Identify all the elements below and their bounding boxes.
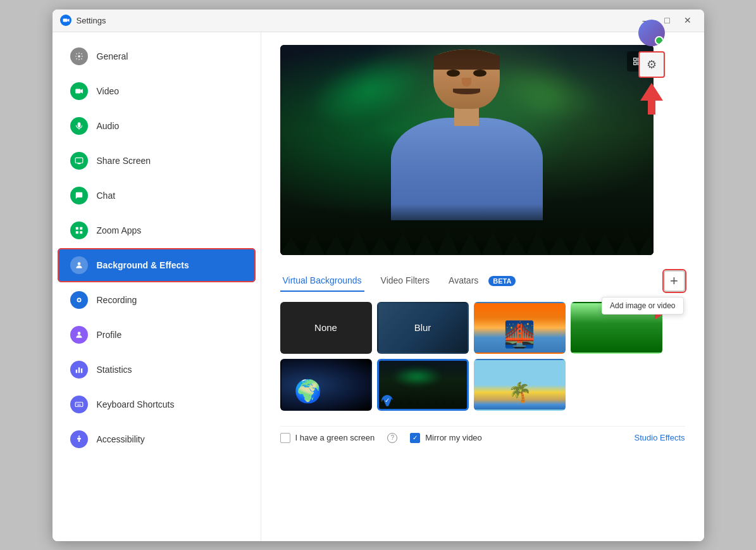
- sidebar-item-accessibility[interactable]: Accessibility: [58, 422, 256, 456]
- sidebar-item-label-accessibility: Accessibility: [97, 434, 145, 444]
- bg-option-aurora[interactable]: ✓: [377, 359, 469, 411]
- tab-virtual-backgrounds[interactable]: Virtual Backgrounds: [280, 270, 364, 292]
- video-preview: [280, 45, 654, 255]
- sidebar-item-label-chat: Chat: [97, 191, 116, 201]
- sidebar-item-audio[interactable]: Audio: [58, 109, 256, 143]
- user-avatar[interactable]: [638, 20, 665, 46]
- bg-option-blur[interactable]: Blur: [377, 302, 469, 354]
- sidebar-item-keyboard-shortcuts[interactable]: Keyboard Shortcuts: [58, 387, 256, 422]
- sidebar-item-label-background-effects: Background & Effects: [97, 260, 189, 270]
- svg-rect-17: [80, 368, 82, 373]
- background-grid: None Blur ✓: [280, 302, 685, 411]
- accessibility-icon: [70, 430, 88, 448]
- svg-marker-1: [67, 19, 69, 22]
- zoom-apps-icon: [70, 222, 88, 239]
- sidebar-item-label-audio: Audio: [97, 121, 120, 131]
- svg-rect-3: [75, 89, 80, 93]
- add-image-video-tooltip: Add image or video: [602, 297, 683, 315]
- audio-icon: [70, 117, 88, 135]
- close-button[interactable]: ✕: [679, 11, 697, 29]
- sidebar-item-statistics[interactable]: Statistics: [58, 353, 256, 387]
- plus-icon: +: [670, 274, 678, 288]
- profile-icon: [70, 326, 88, 344]
- svg-point-11: [77, 262, 80, 265]
- sidebar-item-chat[interactable]: Chat: [58, 178, 256, 213]
- sidebar-item-label-video: Video: [97, 86, 120, 96]
- general-icon: [70, 47, 88, 65]
- window-title: Settings: [77, 16, 106, 25]
- trees-silhouette: [280, 204, 654, 255]
- sidebar-item-background-effects[interactable]: Background & Effects: [58, 248, 256, 282]
- green-screen-info-icon[interactable]: ?: [387, 433, 397, 443]
- green-screen-checkbox-item[interactable]: I have a green screen: [280, 433, 375, 443]
- svg-rect-10: [80, 231, 82, 234]
- sidebar-item-label-statistics: Statistics: [97, 365, 132, 375]
- main-content: General Video Audio: [53, 32, 704, 541]
- svg-rect-24: [633, 58, 636, 60]
- sidebar-item-label-recording: Recording: [97, 295, 137, 305]
- beta-badge: BETA: [488, 276, 516, 286]
- bg-option-none[interactable]: None: [280, 302, 372, 354]
- statistics-icon: [70, 361, 88, 378]
- svg-rect-8: [80, 227, 82, 229]
- bg-none-label: None: [314, 322, 337, 333]
- svg-rect-16: [78, 367, 79, 373]
- sidebar-item-profile[interactable]: Profile: [58, 318, 256, 352]
- studio-effects-link[interactable]: Studio Effects: [635, 433, 685, 442]
- keyboard-shortcuts-icon: [70, 396, 88, 413]
- bg-option-beach[interactable]: [474, 359, 566, 411]
- content-area: Virtual Backgrounds Video Filters Avatar…: [261, 32, 704, 541]
- zoom-logo-icon: [60, 15, 71, 26]
- titlebar-left: Settings: [60, 15, 106, 26]
- sidebar-item-label-share-screen: Share Screen: [97, 156, 151, 166]
- tabs-row: Virtual Backgrounds Video Filters Avatar…: [280, 270, 685, 292]
- svg-rect-15: [75, 370, 77, 373]
- svg-point-14: [77, 332, 80, 335]
- bg-option-golden-gate[interactable]: [474, 302, 566, 354]
- svg-rect-18: [75, 402, 83, 406]
- settings-gear-button[interactable]: ⚙: [638, 51, 665, 78]
- tab-video-filters[interactable]: Video Filters: [378, 270, 433, 292]
- svg-rect-9: [75, 231, 78, 234]
- svg-point-2: [78, 55, 80, 58]
- sidebar-item-label-general: General: [97, 51, 128, 61]
- mirror-video-checkbox[interactable]: ✓: [410, 433, 420, 443]
- sidebar: General Video Audio: [53, 32, 261, 541]
- green-screen-checkbox[interactable]: [280, 433, 290, 443]
- titlebar: Settings — □ ✕: [53, 9, 704, 32]
- video-icon: [70, 82, 88, 100]
- gear-icon: ⚙: [647, 58, 657, 72]
- add-image-video-button[interactable]: + Add image or video: [664, 270, 685, 292]
- person-silhouette: [391, 49, 543, 220]
- svg-rect-6: [75, 158, 83, 163]
- background-effects-icon: [70, 256, 88, 274]
- bottom-controls: I have a green screen ? ✓ Mirror my vide…: [280, 426, 685, 443]
- svg-point-23: [78, 435, 79, 437]
- mirror-video-checkbox-item[interactable]: ✓ Mirror my video: [410, 433, 482, 443]
- sidebar-item-share-screen[interactable]: Share Screen: [58, 144, 256, 178]
- sidebar-item-label-profile: Profile: [97, 330, 122, 340]
- sidebar-item-zoom-apps[interactable]: Zoom Apps: [58, 213, 256, 247]
- svg-rect-0: [63, 19, 67, 22]
- share-screen-icon: [70, 152, 88, 170]
- sidebar-item-label-keyboard-shortcuts: Keyboard Shortcuts: [97, 399, 175, 409]
- sidebar-item-recording[interactable]: Recording: [58, 283, 256, 317]
- sidebar-item-video[interactable]: Video: [58, 74, 256, 108]
- svg-marker-4: [80, 89, 82, 93]
- selected-indicator: ✓: [381, 395, 393, 406]
- svg-point-13: [78, 299, 80, 301]
- bg-option-space[interactable]: [280, 359, 372, 411]
- bg-blur-label: Blur: [414, 322, 431, 333]
- svg-rect-27: [633, 62, 636, 65]
- sidebar-item-general[interactable]: General: [58, 39, 256, 73]
- sidebar-item-label-zoom-apps: Zoom Apps: [97, 225, 142, 235]
- mirror-video-label: Mirror my video: [425, 433, 482, 442]
- chat-icon: [70, 187, 88, 204]
- recording-icon: [70, 291, 88, 309]
- green-screen-label: I have a green screen: [295, 433, 375, 442]
- tab-avatars[interactable]: Avatars: [446, 270, 481, 292]
- svg-rect-7: [75, 227, 78, 229]
